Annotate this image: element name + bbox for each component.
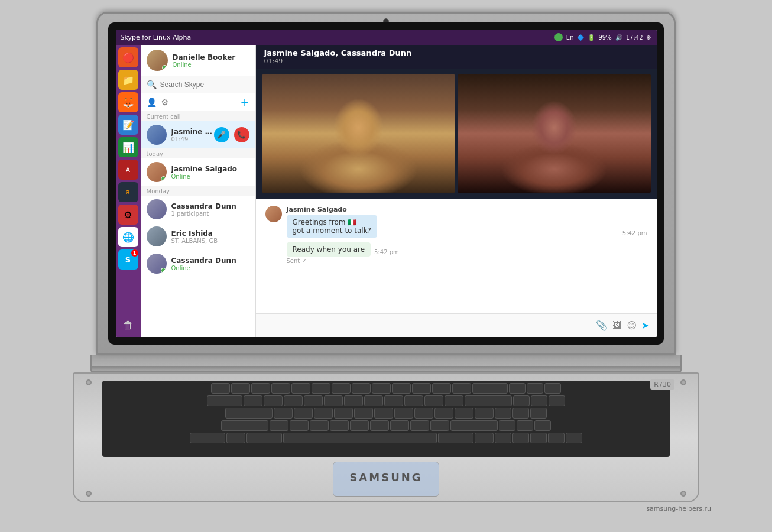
key[interactable] <box>324 395 343 406</box>
taskbar-amazon[interactable]: a <box>118 182 138 202</box>
taskbar-calc[interactable]: 📊 <box>118 137 138 157</box>
key[interactable] <box>374 408 393 419</box>
mute-button[interactable]: 🎤 <box>214 127 229 142</box>
key[interactable] <box>330 420 349 431</box>
key[interactable] <box>527 383 543 394</box>
key[interactable] <box>390 420 409 431</box>
key[interactable] <box>534 420 551 431</box>
key[interactable] <box>434 408 453 419</box>
key[interactable] <box>495 408 511 419</box>
key-fn[interactable] <box>226 433 245 443</box>
chat-input[interactable] <box>263 321 596 330</box>
key[interactable] <box>352 383 371 394</box>
key[interactable] <box>372 383 391 394</box>
key[interactable] <box>284 395 303 406</box>
key[interactable] <box>424 395 443 406</box>
key[interactable] <box>244 395 262 406</box>
key[interactable] <box>274 408 293 419</box>
key-shift-l[interactable] <box>221 420 268 431</box>
taskbar-ubuntu[interactable]: 🔴 <box>118 47 138 67</box>
key-del[interactable] <box>566 433 582 443</box>
taskbar-chrome[interactable]: 🌐 <box>118 227 138 247</box>
key-shift-r[interactable] <box>450 420 498 431</box>
key[interactable] <box>231 383 250 394</box>
key[interactable] <box>412 383 431 394</box>
key[interactable] <box>509 383 526 394</box>
key[interactable] <box>475 408 494 419</box>
key[interactable] <box>270 420 288 431</box>
key[interactable] <box>304 395 323 406</box>
key[interactable] <box>430 420 449 431</box>
contact-eric[interactable]: Eric Ishida ST. ALBANS, GB <box>141 223 255 250</box>
key-down[interactable] <box>512 433 529 443</box>
key-caps[interactable] <box>225 408 273 419</box>
send-button[interactable]: ➤ <box>641 320 649 331</box>
key[interactable] <box>404 395 423 406</box>
settings-toolbar-icon[interactable]: ⚙ <box>161 98 169 107</box>
taskbar-skype[interactable]: S 1 <box>118 249 138 270</box>
key[interactable] <box>354 408 373 419</box>
key-left[interactable] <box>495 433 511 443</box>
key-ctrl-r[interactable] <box>475 433 494 443</box>
key[interactable] <box>392 383 411 394</box>
image-icon[interactable]: 🖼 <box>612 320 622 331</box>
key[interactable] <box>291 383 310 394</box>
key-alt-l[interactable] <box>246 433 282 443</box>
key[interactable] <box>312 383 330 394</box>
key[interactable] <box>452 383 471 394</box>
key[interactable] <box>445 395 463 406</box>
key-up[interactable] <box>499 420 515 431</box>
key[interactable] <box>314 408 333 419</box>
key[interactable] <box>211 383 230 394</box>
key[interactable] <box>384 395 403 406</box>
key[interactable] <box>344 395 363 406</box>
key[interactable] <box>310 420 329 431</box>
key[interactable] <box>334 408 353 419</box>
taskbar-settings[interactable]: ⚙ <box>118 205 138 225</box>
key-right[interactable] <box>530 433 547 443</box>
key[interactable] <box>544 383 561 394</box>
key[interactable] <box>332 383 351 394</box>
taskbar-files[interactable]: 📁 <box>118 70 138 90</box>
key-ins[interactable] <box>548 433 565 443</box>
key[interactable] <box>455 408 473 419</box>
search-bar[interactable]: 🔍 <box>141 76 255 93</box>
key[interactable] <box>410 420 429 431</box>
key[interactable] <box>264 395 283 406</box>
taskbar-trash[interactable]: 🗑 <box>118 314 138 335</box>
key[interactable] <box>294 408 313 419</box>
key[interactable] <box>513 395 530 406</box>
taskbar-firefox[interactable]: 🦊 <box>118 92 138 112</box>
key[interactable] <box>549 395 565 406</box>
end-call-button[interactable]: 📞 <box>234 127 249 142</box>
key[interactable] <box>517 420 533 431</box>
key[interactable] <box>531 395 547 406</box>
search-input[interactable] <box>160 80 249 89</box>
key[interactable] <box>364 395 383 406</box>
contacts-icon[interactable]: 👤 <box>147 98 157 107</box>
add-contact-button[interactable]: + <box>240 96 249 108</box>
taskbar-text[interactable]: 📝 <box>118 115 138 135</box>
contact-cassandra-group[interactable]: Cassandra Dunn 1 participant <box>141 196 255 223</box>
key[interactable] <box>432 383 451 394</box>
key[interactable] <box>370 420 389 431</box>
key[interactable] <box>290 420 309 431</box>
contact-cassandra-direct[interactable]: Cassandra Dunn Online <box>141 250 255 277</box>
key[interactable] <box>271 383 290 394</box>
key[interactable] <box>394 408 413 419</box>
settings-icon[interactable]: ⚙ <box>647 34 652 41</box>
taskbar-writer[interactable]: A <box>118 160 138 180</box>
contact-jasmine[interactable]: Jasmine Salgado Online <box>141 158 255 186</box>
key[interactable] <box>512 408 529 419</box>
current-call-item[interactable]: Jasmine Salgado, Ca... 01:49 🎤 📞 <box>141 121 255 148</box>
key[interactable] <box>530 408 547 419</box>
key[interactable] <box>251 383 270 394</box>
key-alt-r[interactable] <box>438 433 473 443</box>
key-ctrl-l[interactable] <box>190 433 225 443</box>
key-enter-top[interactable] <box>465 395 512 406</box>
key-backspace[interactable] <box>472 383 508 394</box>
key-space[interactable] <box>283 433 437 443</box>
emoji-icon[interactable]: 😊 <box>627 320 637 331</box>
file-attach-icon[interactable]: 📎 <box>596 320 608 331</box>
key[interactable] <box>350 420 369 431</box>
